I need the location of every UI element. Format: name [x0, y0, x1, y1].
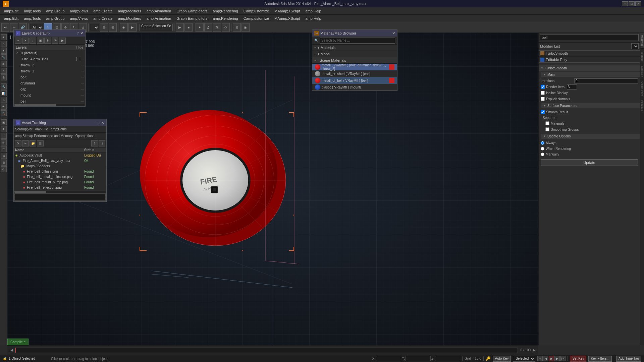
tab-selection[interactable]: Selection: [640, 64, 644, 79]
modifier-editpoly[interactable]: Editable Poly: [539, 57, 640, 63]
timeline-end-btn[interactable]: ▶|: [532, 348, 537, 352]
timeline-start-btn[interactable]: |◀: [9, 348, 14, 352]
sidebar-sel-icon[interactable]: ▣: [1, 119, 7, 125]
asset-row-bump[interactable]: ■ Fire_bell_mount_bump.png Found: [14, 180, 106, 185]
update-options-header[interactable]: Update Options: [541, 134, 640, 139]
material-search-input[interactable]: [320, 38, 395, 44]
smooth-result-check[interactable]: [541, 110, 545, 114]
y-coord[interactable]: [406, 356, 431, 361]
asset-refresh-btn[interactable]: ⟳: [15, 140, 21, 146]
timeline-track[interactable]: [15, 348, 518, 353]
update-button[interactable]: Update: [541, 159, 638, 166]
sidebar-ribbon-icon[interactable]: ☰: [1, 146, 7, 152]
isoline-check[interactable]: [541, 91, 545, 95]
material-panel-header[interactable]: M Material/Map Browser ✕: [312, 30, 397, 37]
snap-percent-button[interactable]: %: [213, 23, 221, 32]
maps-section[interactable]: + + Maps: [312, 51, 397, 57]
menu2-create[interactable]: amp;Create: [91, 16, 115, 21]
layers-scrollbar[interactable]: [14, 104, 85, 106]
mat-item-metall-brushed[interactable]: metall_brushed ( VRayMtl ) [cap]: [312, 70, 397, 77]
go-end-btn[interactable]: ⏭: [560, 356, 566, 361]
next-frame-btn[interactable]: ▶: [554, 356, 560, 361]
materials-sep-check[interactable]: [545, 121, 549, 125]
manually-radio[interactable]: [541, 153, 544, 156]
layers-add-sel-btn[interactable]: ↓: [30, 38, 36, 44]
menu2-rendering[interactable]: amp;Rendering: [210, 16, 240, 21]
tab-freeform[interactable]: Freeform: [640, 49, 644, 64]
layers-hide-label[interactable]: Hide: [76, 46, 83, 49]
layers-freeze-btn[interactable]: ❄: [44, 38, 51, 44]
tab-modifying[interactable]: Modifying: [640, 33, 644, 49]
sidebar-hierarchy-icon[interactable]: 📊: [1, 90, 7, 96]
asset-minimize-button[interactable]: −: [94, 121, 96, 125]
layers-delete-btn[interactable]: ✕: [22, 38, 29, 44]
renderiter-check[interactable]: [541, 85, 545, 89]
menu2-help[interactable]: amp;Help: [303, 16, 324, 21]
sidebar-camera-icon[interactable]: 📷: [1, 54, 7, 60]
asset-row-diffuse[interactable]: ■ Fire_bell_diffuse.png Found: [14, 169, 106, 174]
menu-animation[interactable]: amp;Animation: [144, 8, 174, 14]
sidebar-display-icon[interactable]: 👁: [1, 104, 7, 110]
sidebar-subanim-icon[interactable]: ⟳: [1, 166, 7, 172]
sidebar-manip-icon[interactable]: ✛: [1, 126, 7, 132]
mirror-button[interactable]: ⊕: [100, 23, 108, 32]
z-coord[interactable]: [435, 356, 460, 361]
sidebar-light-icon[interactable]: ☀: [1, 48, 7, 54]
align-button[interactable]: ⊞: [109, 23, 117, 32]
menu-maxscript[interactable]: MAamp;XScript: [272, 8, 303, 14]
menu2-graph-editors[interactable]: Graph Eamp;ditors: [174, 16, 210, 21]
layer-item-mount[interactable]: mount —: [14, 92, 85, 98]
layers-new-btn[interactable]: +: [15, 38, 21, 44]
menu2-animation[interactable]: amp;Animation: [144, 16, 174, 21]
go-start-btn[interactable]: ⏮: [537, 356, 543, 361]
layer-item-bell[interactable]: bell —: [14, 98, 85, 104]
asset-path-btn[interactable]: 📁: [30, 140, 36, 146]
layer-item-cap[interactable]: cap —: [14, 86, 85, 92]
menu-modifiers[interactable]: amp;Modifiers: [115, 8, 144, 14]
asset-row-vault[interactable]: ◈ Autodesk Vault Logged Ou: [14, 153, 106, 158]
sidebar-create-icon[interactable]: ⊕: [1, 34, 7, 40]
x-coord[interactable]: [376, 356, 401, 361]
asset-help-btn[interactable]: ?: [91, 140, 98, 146]
play-btn[interactable]: ▶: [549, 356, 554, 361]
sidebar-geo-icon[interactable]: △: [1, 41, 7, 47]
layer-item-skrew1[interactable]: skrew_1 —: [14, 68, 85, 74]
sidebar-part-icon[interactable]: ·:: [1, 133, 7, 139]
layer-item-default[interactable]: ✓ 0 (default): [14, 50, 85, 56]
compile-button[interactable]: Compile e: [7, 339, 29, 345]
tab-populate[interactable]: Populate: [640, 98, 644, 113]
mat-item-metall[interactable]: metall ( VRayMtl ) [bolt, drummer, skrew…: [312, 64, 397, 70]
layer-item-firealarm[interactable]: Fire_Alarm_Bell —: [14, 56, 85, 62]
menu2-edit[interactable]: amp;Edit: [1, 16, 21, 21]
autokey-button[interactable]: Auto Key: [493, 356, 511, 362]
always-radio[interactable]: [541, 141, 544, 145]
asset-menu-paths[interactable]: amp;Paths: [51, 127, 67, 131]
asset-row-max[interactable]: ▣ Fire_Alarm_Bell_max_vray.max Ok: [14, 158, 106, 164]
layer-item-skrew2[interactable]: skrew_2 —: [14, 62, 85, 68]
sidebar-motion-icon[interactable]: ▷: [1, 97, 7, 103]
mat-item-metall-bell[interactable]: metall_of_bell ( VRayMtl ) [bell]: [312, 77, 397, 84]
stop-button[interactable]: ■: [184, 23, 193, 32]
asset-list-btn[interactable]: ☰: [37, 140, 44, 146]
layers-close-button[interactable]: ✕: [80, 31, 83, 36]
menu-customize[interactable]: Camp;ustomize: [241, 8, 272, 14]
undo-button[interactable]: ↩: [1, 23, 9, 32]
when-rendering-radio[interactable]: [541, 147, 544, 150]
sidebar-xref-icon[interactable]: ⊡: [1, 139, 7, 145]
surface-params-header[interactable]: Surface Parameters: [541, 103, 640, 108]
restore-button[interactable]: □: [629, 1, 635, 6]
asset-close-button[interactable]: ✕: [101, 121, 104, 125]
asset-row-metall[interactable]: ■ Fire_bell_metall_reflection.png Found: [14, 174, 106, 180]
sidebar-modify-icon[interactable]: 🔧: [1, 83, 7, 89]
create-selection-button[interactable]: Create Selection Se: [140, 24, 173, 31]
layers-panel-header[interactable]: L Layer: 0 (default) ? ✕: [14, 30, 85, 37]
misc-btn2[interactable]: ◉: [241, 23, 250, 32]
asset-menu-server[interactable]: Seramp;ver: [15, 127, 33, 131]
menu-tools[interactable]: amp;Tools: [21, 8, 43, 14]
menu-graph-editors[interactable]: Graph Eamp;ditors: [174, 8, 210, 14]
layers-render-btn[interactable]: ▶: [59, 38, 66, 44]
scene-materials-section[interactable]: − - Scene Materials: [312, 57, 397, 64]
layer-box-firealarm[interactable]: [76, 57, 80, 61]
tab-object-paint[interactable]: Object Paint: [640, 79, 644, 99]
snap-spinner-button[interactable]: ⟳: [222, 23, 230, 32]
